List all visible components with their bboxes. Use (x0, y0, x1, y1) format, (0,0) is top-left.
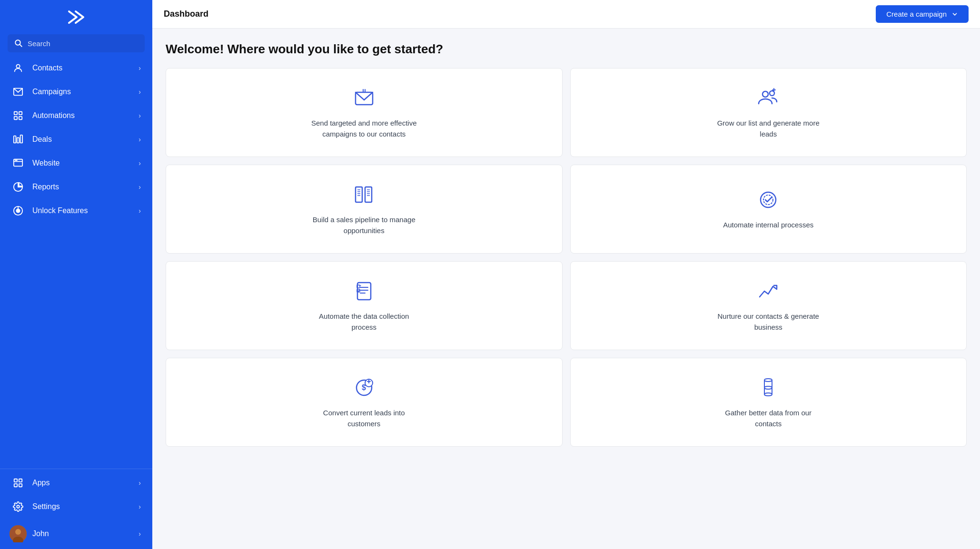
svg-rect-20 (14, 484, 17, 487)
svg-rect-19 (19, 479, 22, 482)
svg-rect-18 (14, 479, 17, 482)
svg-point-62 (764, 393, 772, 396)
create-campaign-button[interactable]: Create a campaign (876, 5, 969, 23)
sidebar-item-contacts[interactable]: Contacts › (0, 56, 152, 80)
sidebar-item-deals[interactable]: Deals › (0, 127, 152, 151)
campaigns-card-text: Send targeted and more effective campaig… (307, 118, 421, 139)
svg-rect-10 (20, 135, 23, 143)
svg-point-29 (762, 91, 768, 97)
svg-line-1 (20, 45, 22, 47)
deals-icon (11, 134, 25, 145)
page-title: Dashboard (164, 9, 208, 19)
sidebar: Search Contacts › Campaigns › Automation… (0, 0, 152, 549)
svg-point-56 (764, 379, 772, 382)
campaigns-label: Campaigns (32, 88, 139, 96)
chevron-right-icon: › (139, 479, 141, 487)
gear-icon (11, 501, 25, 512)
chevron-right-icon: › (139, 183, 141, 191)
contacts-label: Contacts (32, 64, 139, 72)
cards-grid: Send targeted and more effective campaig… (166, 68, 967, 447)
card-nurture[interactable]: Nurture our contacts & generate business (570, 261, 967, 350)
chevron-right-icon: › (139, 207, 141, 215)
search-input[interactable]: Search (8, 34, 145, 52)
user-name: John (32, 529, 139, 538)
settings-label: Settings (32, 502, 139, 511)
card-campaigns[interactable]: Send targeted and more effective campaig… (166, 68, 563, 157)
chevron-right-icon: › (139, 159, 141, 167)
sidebar-item-automations[interactable]: Automations › (0, 104, 152, 127)
search-placeholder: Search (28, 39, 50, 48)
sidebar-item-settings[interactable]: Settings › (0, 495, 152, 519)
svg-point-24 (15, 529, 21, 535)
pipeline-card-text: Build a sales pipeline to manage opportu… (307, 215, 421, 236)
automations-icon (11, 110, 25, 121)
apps-label: Apps (32, 479, 139, 487)
gather-card-icon (756, 375, 781, 400)
leads-card-text: Grow our list and generate more leads (711, 118, 825, 139)
chevron-right-icon: › (139, 88, 141, 96)
svg-rect-7 (19, 117, 22, 119)
card-convert[interactable]: $ Convert current leads into customers (166, 358, 563, 447)
apps-icon (11, 478, 25, 488)
spacer (0, 223, 152, 469)
svg-point-59 (764, 386, 772, 389)
unlock-icon (11, 206, 25, 216)
sidebar-item-user[interactable]: John › (0, 519, 152, 549)
chevron-right-icon: › (139, 530, 141, 538)
svg-point-43 (761, 192, 776, 207)
chevron-down-icon (951, 11, 958, 18)
datacollect-card-text: Automate the data collection process (307, 311, 421, 333)
card-pipeline[interactable]: Build a sales pipeline to manage opportu… (166, 165, 563, 254)
sidebar-item-apps[interactable]: Apps › (0, 471, 152, 495)
svg-rect-21 (19, 484, 22, 487)
person-icon (11, 63, 25, 73)
card-gather[interactable]: Gather better data from our contacts (570, 358, 967, 447)
logo[interactable] (0, 0, 152, 34)
automate-card-icon (756, 187, 781, 212)
nurture-card-icon (756, 279, 781, 304)
main-area: Dashboard Create a campaign Welcome! Whe… (152, 0, 980, 549)
automations-label: Automations (32, 111, 139, 120)
svg-rect-5 (19, 112, 22, 115)
leads-card-icon (756, 86, 781, 110)
chevron-right-icon: › (139, 64, 141, 72)
reports-icon (11, 182, 25, 192)
search-icon (14, 39, 23, 48)
svg-rect-6 (14, 117, 17, 119)
card-automate[interactable]: Automate internal processes (570, 165, 967, 254)
email-card-icon (352, 86, 376, 110)
create-button-label: Create a campaign (886, 10, 947, 18)
gather-card-text: Gather better data from our contacts (711, 408, 825, 429)
website-label: Website (32, 159, 139, 167)
user-avatar-image (10, 525, 27, 542)
chevron-right-icon: › (139, 136, 141, 143)
svg-rect-38 (365, 187, 372, 202)
website-icon (11, 158, 25, 168)
deals-label: Deals (32, 135, 139, 144)
sidebar-item-reports[interactable]: Reports › (0, 175, 152, 199)
pipeline-card-icon (352, 182, 376, 207)
svg-point-16 (16, 209, 20, 212)
card-leads[interactable]: Grow our list and generate more leads (570, 68, 967, 157)
automate-card-text: Automate internal processes (723, 220, 813, 231)
svg-rect-4 (14, 112, 17, 115)
sidebar-item-website[interactable]: Website › (0, 151, 152, 175)
chevron-right-icon: › (139, 112, 141, 119)
sidebar-item-campaigns[interactable]: Campaigns › (0, 80, 152, 104)
sidebar-item-unlock[interactable]: Unlock Features › (0, 199, 152, 223)
svg-rect-9 (17, 137, 20, 143)
convert-card-text: Convert current leads into customers (307, 408, 421, 429)
email-icon (11, 87, 25, 97)
convert-card-icon: $ (352, 375, 376, 400)
svg-point-2 (16, 65, 20, 68)
card-datacollect[interactable]: Automate the data collection process (166, 261, 563, 350)
svg-rect-8 (14, 136, 16, 143)
content-area: Welcome! Where would you like to get sta… (152, 29, 980, 549)
welcome-heading: Welcome! Where would you like to get sta… (166, 42, 967, 57)
svg-rect-33 (356, 187, 362, 202)
svg-point-22 (17, 505, 20, 508)
nurture-card-text: Nurture our contacts & generate business (711, 311, 825, 333)
chevron-right-icon: › (139, 503, 141, 510)
datacollect-card-icon (352, 279, 376, 304)
avatar (11, 525, 25, 542)
